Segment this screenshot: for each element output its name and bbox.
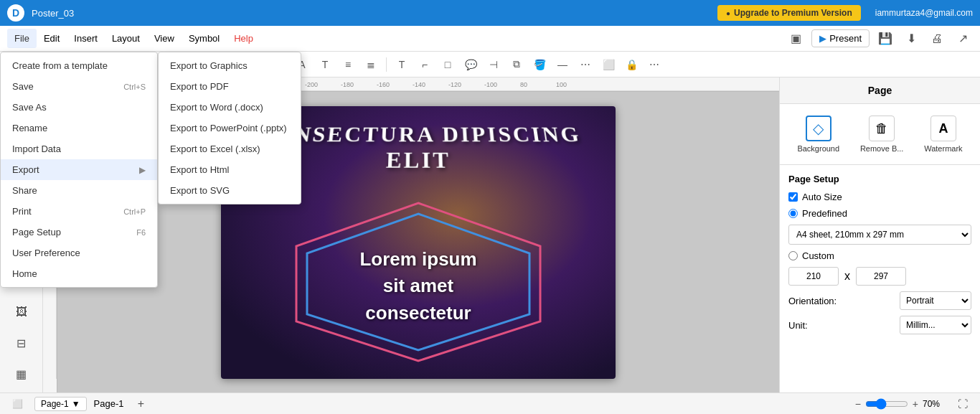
menu-layout[interactable]: Layout xyxy=(105,29,147,48)
crop-button[interactable]: ⧉ xyxy=(507,55,527,75)
export-excel-item[interactable]: Export to Excel (.xlsx) xyxy=(159,138,301,159)
file-menu-user-pref[interactable]: User Preference xyxy=(1,243,157,263)
sidebar-group-icon[interactable]: ⊟ xyxy=(7,331,36,356)
export-pptx-item[interactable]: Export to PowerPoint (.pptx) xyxy=(159,118,301,138)
play-icon: ▶ xyxy=(819,33,826,44)
export-submenu-inner: Export to Graphics Export to PDF Export … xyxy=(158,52,301,204)
share-icon[interactable]: ↗ xyxy=(953,29,973,49)
save-icon[interactable]: 💾 xyxy=(875,29,895,49)
file-menu-home[interactable]: Home xyxy=(1,263,157,284)
user-email: iammurtaza4@gmail.com xyxy=(875,8,973,18)
file-menu-page-setup[interactable]: Page Setup F6 xyxy=(1,222,157,243)
zoom-slider[interactable] xyxy=(865,398,908,410)
custom-row: Custom xyxy=(788,250,971,261)
page-tab[interactable]: Page-1 ▼ xyxy=(34,397,87,411)
connector-button[interactable]: ⌐ xyxy=(415,55,435,75)
projector-icon[interactable]: ▣ xyxy=(786,29,806,49)
export-graphics-item[interactable]: Export to Graphics xyxy=(159,55,301,76)
export-pdf-item[interactable]: Export to PDF xyxy=(159,76,301,97)
shape-button[interactable]: □ xyxy=(438,55,458,75)
align-left-button[interactable]: ≡ xyxy=(338,55,358,75)
page-dropdown-icon: ▼ xyxy=(72,399,80,409)
sidebar-image-icon[interactable]: 🖼 xyxy=(7,300,36,325)
present-label: Present xyxy=(829,33,862,44)
callout-button[interactable]: 💬 xyxy=(461,55,481,75)
page-setup-title: Page Setup xyxy=(788,174,971,184)
user-pref-label: User Preference xyxy=(12,248,80,258)
file-menu-print[interactable]: Print Ctrl+P xyxy=(1,201,157,222)
save-shortcut: Ctrl+S xyxy=(123,83,146,91)
menu-help[interactable]: Help xyxy=(227,29,260,48)
export-html-item[interactable]: Export to Html xyxy=(159,159,301,180)
upgrade-button[interactable]: Upgrade to Premium Version xyxy=(717,5,861,21)
page-name-label: Page-1 xyxy=(94,398,124,409)
save-as-label: Save As xyxy=(12,102,47,113)
zoom-value: 70% xyxy=(923,399,948,409)
menu-symbol[interactable]: Symbol xyxy=(182,29,227,48)
more-button[interactable]: ⋯ xyxy=(644,55,664,75)
fullscreen-button[interactable]: ⛶ xyxy=(953,394,973,414)
svg-text:80: 80 xyxy=(520,81,527,88)
export-submenu: Export to Graphics Export to PDF Export … xyxy=(158,52,301,204)
file-menu-save-as[interactable]: Save As xyxy=(1,97,157,118)
dimension-row: x xyxy=(788,267,971,286)
file-menu-import[interactable]: Import Data xyxy=(1,138,157,159)
zoom-plus-button[interactable]: + xyxy=(913,398,918,410)
file-menu-save[interactable]: Save Ctrl+S xyxy=(1,76,157,97)
menu-view[interactable]: View xyxy=(147,29,182,48)
dash-style-button[interactable]: ⋯ xyxy=(575,55,595,75)
file-menu-share[interactable]: Share xyxy=(1,180,157,201)
predefined-row: Predefined xyxy=(788,208,971,219)
custom-radio[interactable] xyxy=(788,251,798,260)
print-shortcut: Ctrl+P xyxy=(123,207,146,216)
unit-select[interactable]: Millim... Inches Pixels xyxy=(900,316,971,334)
predefined-radio[interactable] xyxy=(788,209,798,218)
predefined-select[interactable]: A4 sheet, 210mm x 297 mm xyxy=(788,225,971,245)
svg-text:-100: -100 xyxy=(484,81,497,88)
sidebar-grid-icon[interactable]: ▦ xyxy=(7,362,36,387)
home-label: Home xyxy=(12,268,37,279)
right-panel: Page ◇ Background 🗑 Remove B... A Waterm… xyxy=(779,77,980,392)
height-input[interactable] xyxy=(856,267,906,286)
svg-text:-140: -140 xyxy=(413,81,425,88)
custom-label: Custom xyxy=(802,250,834,261)
poster-line2: sit amet xyxy=(383,275,453,296)
tool-watermark[interactable]: A Watermark xyxy=(918,111,968,157)
fill-button[interactable]: 🪣 xyxy=(529,55,550,75)
zoom-minus-button[interactable]: − xyxy=(855,398,861,410)
add-page-button[interactable]: + xyxy=(131,394,151,414)
menu-edit[interactable]: Edit xyxy=(37,29,67,48)
export-svg-item[interactable]: Export to SVG xyxy=(159,180,301,201)
text-box-button[interactable]: T xyxy=(392,55,412,75)
file-menu-rename[interactable]: Rename xyxy=(1,118,157,138)
align-button[interactable]: ⊣ xyxy=(484,55,504,75)
download-icon[interactable]: ⬇ xyxy=(901,29,921,49)
print-icon[interactable]: 🖨 xyxy=(927,29,947,49)
menu-insert[interactable]: Insert xyxy=(67,29,105,48)
text-style-button[interactable]: T xyxy=(315,55,335,75)
orientation-label: Orientation: xyxy=(788,296,837,306)
tool-remove-bg[interactable]: 🗑 Remove B... xyxy=(854,111,910,157)
poster-line3: consectetur xyxy=(365,302,471,324)
auto-size-checkbox[interactable] xyxy=(788,192,798,202)
rename-label: Rename xyxy=(12,123,47,133)
align-center-button[interactable]: ≣ xyxy=(361,55,381,75)
width-input[interactable] xyxy=(788,267,839,286)
tool-background[interactable]: ◇ Background xyxy=(791,111,845,157)
file-menu: Create from a template Save Ctrl+S Save … xyxy=(0,52,158,288)
present-button[interactable]: ▶ Present xyxy=(811,29,870,47)
file-menu-export[interactable]: Export ▶ xyxy=(1,159,157,180)
zoom-controls: − + 70% ⛶ xyxy=(855,394,973,414)
file-menu-create-template[interactable]: Create from a template xyxy=(1,55,157,76)
lock-button[interactable]: 🔒 xyxy=(621,55,641,75)
export-word-item[interactable]: Export to Word (.docx) xyxy=(159,97,301,118)
line-style-button[interactable]: — xyxy=(552,55,573,75)
page-view-icon[interactable]: ⬜ xyxy=(7,394,27,414)
page-setup-shortcut: F6 xyxy=(136,228,146,237)
orientation-select[interactable]: Portrait Landscape xyxy=(900,291,971,310)
background-label: Background xyxy=(797,144,839,153)
app-logo: D xyxy=(7,4,24,22)
export-label: Export xyxy=(12,164,39,175)
menu-file[interactable]: File xyxy=(7,29,37,48)
border-button[interactable]: ⬜ xyxy=(598,55,618,75)
